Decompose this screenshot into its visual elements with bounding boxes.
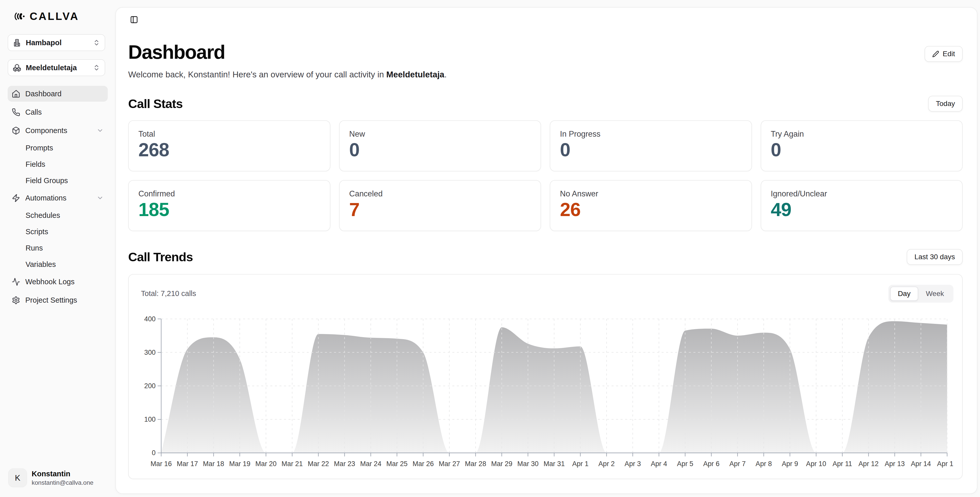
stat-card-in-progress: In Progress0 bbox=[550, 120, 752, 171]
svg-text:Mar 26: Mar 26 bbox=[413, 460, 434, 468]
toggle-week[interactable]: Week bbox=[918, 287, 951, 301]
svg-text:Mar 18: Mar 18 bbox=[203, 460, 224, 468]
stat-value: 0 bbox=[771, 140, 953, 160]
sidebar-item-label: Calls bbox=[25, 108, 41, 116]
project-selector[interactable]: Meeldetuletaja bbox=[8, 59, 105, 76]
chevrons-up-down-icon bbox=[93, 39, 100, 46]
chevron-down-icon bbox=[97, 127, 104, 134]
chevrons-up-down-icon bbox=[93, 64, 100, 71]
chevron-down-icon bbox=[97, 194, 104, 202]
svg-text:Mar 16: Mar 16 bbox=[151, 460, 172, 468]
svg-text:Mar 19: Mar 19 bbox=[229, 460, 250, 468]
activity-icon bbox=[12, 278, 20, 286]
edit-button-label: Edit bbox=[943, 50, 955, 58]
chart-total-label: Total: 7,210 calls bbox=[141, 289, 196, 298]
sidebar-item-runs[interactable]: Runs bbox=[8, 241, 108, 255]
chart-header: Total: 7,210 calls Day Week bbox=[141, 285, 953, 303]
pencil-icon bbox=[932, 51, 939, 57]
svg-text:Mar 20: Mar 20 bbox=[255, 460, 277, 468]
workspace-selector-value: Hambapol bbox=[26, 38, 88, 47]
svg-text:Apr 7: Apr 7 bbox=[729, 460, 746, 468]
svg-text:Mar 29: Mar 29 bbox=[491, 460, 512, 468]
sidebar-item-fields[interactable]: Fields bbox=[8, 157, 108, 171]
welcome-text: Welcome back, Konstantin! Here's an over… bbox=[128, 70, 447, 80]
svg-text:Mar 25: Mar 25 bbox=[386, 460, 407, 468]
brand-logo: CALLVA bbox=[14, 10, 108, 22]
stat-label: Confirmed bbox=[138, 189, 320, 198]
zap-icon bbox=[12, 194, 20, 202]
stat-card-total: Total268 bbox=[128, 120, 331, 171]
stat-label: Try Again bbox=[771, 129, 953, 139]
settings-icon bbox=[12, 296, 20, 304]
svg-text:Apr 15: Apr 15 bbox=[937, 460, 953, 468]
call-trends-heading: Call Trends bbox=[128, 250, 193, 264]
sidebar-item-prompts[interactable]: Prompts bbox=[8, 141, 108, 155]
svg-text:Mar 23: Mar 23 bbox=[334, 460, 355, 468]
call-trends-area-chart: Mar 16Mar 17Mar 18Mar 19Mar 20Mar 21Mar … bbox=[141, 311, 953, 471]
svg-text:Apr 2: Apr 2 bbox=[598, 460, 615, 468]
svg-text:Mar 17: Mar 17 bbox=[177, 460, 198, 468]
sidebar-item-label: Components bbox=[25, 126, 67, 135]
svg-text:Mar 27: Mar 27 bbox=[439, 460, 460, 468]
svg-text:Apr 8: Apr 8 bbox=[756, 460, 772, 468]
workspace-selector[interactable]: Hambapol bbox=[8, 34, 105, 51]
stats-grid: Total268New0In Progress0Try Again0Confir… bbox=[128, 120, 963, 231]
svg-text:Mar 30: Mar 30 bbox=[517, 460, 539, 468]
svg-text:200: 200 bbox=[144, 382, 156, 390]
project-selector-value: Meeldetuletaja bbox=[26, 64, 88, 72]
call-stats-heading: Call Stats bbox=[128, 97, 183, 111]
sidebar-item-scripts[interactable]: Scripts bbox=[8, 225, 108, 239]
svg-text:Apr 6: Apr 6 bbox=[703, 460, 719, 468]
welcome-suffix: . bbox=[444, 70, 447, 79]
svg-text:Apr 11: Apr 11 bbox=[832, 460, 852, 468]
call-trends-header: Call Trends Last 30 days bbox=[128, 249, 963, 265]
user-menu[interactable]: K Konstantin konstantin@callva.one bbox=[8, 468, 94, 487]
trends-range-button[interactable]: Last 30 days bbox=[907, 249, 963, 265]
sidebar-item-dashboard[interactable]: Dashboard bbox=[8, 86, 108, 102]
svg-text:0: 0 bbox=[152, 449, 156, 457]
package-icon bbox=[12, 126, 20, 135]
stat-value: 185 bbox=[138, 199, 320, 220]
stat-label: Canceled bbox=[349, 189, 531, 198]
svg-text:400: 400 bbox=[144, 315, 156, 323]
svg-text:Mar 22: Mar 22 bbox=[308, 460, 329, 468]
sidebar-item-automations[interactable]: Automations bbox=[8, 190, 108, 206]
day-week-toggle: Day Week bbox=[888, 285, 953, 303]
svg-text:Mar 24: Mar 24 bbox=[360, 460, 381, 468]
phone-icon bbox=[12, 108, 20, 116]
sidebar-item-field-groups[interactable]: Field Groups bbox=[8, 174, 108, 188]
sidebar-item-project-settings[interactable]: Project Settings bbox=[8, 292, 108, 308]
sidebar-toggle-button[interactable] bbox=[128, 14, 140, 25]
stat-value: 26 bbox=[560, 199, 742, 220]
stat-card-try-again: Try Again0 bbox=[760, 120, 963, 171]
stat-value: 0 bbox=[349, 140, 531, 160]
stat-card-ignored-unclear: Ignored/Unclear49 bbox=[760, 180, 963, 231]
sidebar-item-webhook-logs[interactable]: Webhook Logs bbox=[8, 274, 108, 290]
sidebar-item-variables[interactable]: Variables bbox=[8, 257, 108, 271]
svg-text:Mar 21: Mar 21 bbox=[282, 460, 303, 468]
sidebar-nav: DashboardCallsComponentsPromptsFieldsFie… bbox=[8, 86, 108, 308]
sidebar-item-label: Automations bbox=[25, 194, 67, 202]
stat-value: 268 bbox=[138, 140, 320, 160]
toggle-day[interactable]: Day bbox=[890, 287, 918, 301]
sidebar-item-calls[interactable]: Calls bbox=[8, 104, 108, 120]
sidebar-item-label: Webhook Logs bbox=[25, 278, 75, 286]
sidebar-item-schedules[interactable]: Schedules bbox=[8, 209, 108, 222]
svg-text:Apr 14: Apr 14 bbox=[911, 460, 931, 468]
svg-text:Apr 1: Apr 1 bbox=[572, 460, 589, 468]
stat-value: 0 bbox=[560, 140, 742, 160]
stats-range-button[interactable]: Today bbox=[928, 96, 963, 112]
stat-label: New bbox=[349, 129, 531, 139]
sidebar: CALLVA Hambapol Meeldetuletaja Dashboard… bbox=[0, 0, 115, 497]
home-icon bbox=[12, 90, 20, 98]
sidebar-item-components[interactable]: Components bbox=[8, 123, 108, 139]
svg-text:Apr 3: Apr 3 bbox=[625, 460, 641, 468]
edit-button[interactable]: Edit bbox=[924, 46, 963, 62]
svg-text:Apr 9: Apr 9 bbox=[782, 460, 798, 468]
stat-value: 7 bbox=[349, 199, 531, 220]
welcome-workspace: Meeldetuletaja bbox=[386, 70, 444, 79]
svg-text:Apr 13: Apr 13 bbox=[885, 460, 905, 468]
svg-text:300: 300 bbox=[144, 349, 156, 356]
callva-soundwave-icon bbox=[14, 11, 25, 22]
boxes-icon bbox=[13, 64, 21, 72]
